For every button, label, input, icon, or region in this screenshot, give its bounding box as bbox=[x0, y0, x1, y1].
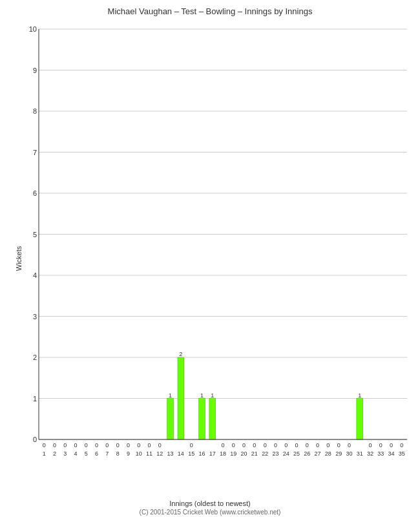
svg-text:0: 0 bbox=[85, 442, 88, 448]
svg-text:24: 24 bbox=[283, 450, 289, 457]
svg-text:0: 0 bbox=[158, 442, 162, 448]
y-axis-label: Wickets bbox=[15, 246, 23, 271]
svg-text:10: 10 bbox=[29, 25, 37, 33]
svg-text:0: 0 bbox=[105, 442, 109, 448]
svg-text:12: 12 bbox=[156, 450, 163, 457]
svg-text:0: 0 bbox=[284, 442, 288, 448]
svg-text:8: 8 bbox=[116, 450, 120, 457]
svg-text:17: 17 bbox=[209, 450, 216, 457]
svg-text:14: 14 bbox=[178, 450, 184, 457]
svg-text:1: 1 bbox=[169, 392, 172, 399]
svg-text:3: 3 bbox=[33, 313, 37, 321]
svg-text:0: 0 bbox=[190, 442, 193, 448]
svg-text:0: 0 bbox=[337, 442, 341, 448]
svg-text:0: 0 bbox=[390, 442, 393, 448]
svg-text:15: 15 bbox=[188, 450, 194, 457]
svg-rect-54 bbox=[199, 399, 205, 440]
svg-text:5: 5 bbox=[33, 231, 37, 238]
svg-text:0: 0 bbox=[33, 436, 37, 443]
svg-text:21: 21 bbox=[251, 450, 258, 457]
svg-rect-49 bbox=[178, 357, 184, 439]
svg-rect-46 bbox=[167, 399, 174, 440]
svg-text:0: 0 bbox=[264, 442, 267, 448]
svg-text:13: 13 bbox=[167, 450, 174, 457]
svg-text:6: 6 bbox=[95, 450, 98, 457]
svg-text:28: 28 bbox=[325, 450, 331, 457]
svg-text:0: 0 bbox=[53, 442, 56, 448]
svg-text:0: 0 bbox=[274, 442, 277, 448]
svg-text:9: 9 bbox=[33, 67, 37, 74]
svg-text:2: 2 bbox=[179, 351, 182, 357]
svg-text:0: 0 bbox=[348, 442, 351, 448]
svg-text:0: 0 bbox=[95, 442, 98, 448]
svg-text:18: 18 bbox=[220, 450, 226, 457]
svg-text:0: 0 bbox=[43, 442, 46, 448]
svg-text:26: 26 bbox=[304, 450, 310, 457]
svg-text:0: 0 bbox=[306, 442, 309, 448]
svg-text:31: 31 bbox=[357, 450, 363, 457]
svg-text:6: 6 bbox=[33, 189, 37, 197]
svg-text:2: 2 bbox=[53, 450, 56, 457]
svg-text:4: 4 bbox=[74, 450, 77, 457]
svg-text:1: 1 bbox=[43, 450, 46, 457]
svg-text:2: 2 bbox=[33, 353, 37, 361]
svg-text:9: 9 bbox=[127, 450, 130, 457]
x-axis-label: Innings (oldest to newest) bbox=[0, 500, 420, 507]
svg-text:34: 34 bbox=[388, 450, 395, 457]
svg-text:1: 1 bbox=[358, 392, 361, 399]
svg-text:1: 1 bbox=[200, 392, 204, 399]
svg-text:7: 7 bbox=[33, 149, 37, 156]
svg-text:27: 27 bbox=[315, 450, 321, 457]
svg-text:7: 7 bbox=[105, 450, 109, 457]
svg-text:0: 0 bbox=[232, 442, 235, 448]
svg-text:32: 32 bbox=[367, 450, 373, 457]
svg-text:10: 10 bbox=[136, 450, 142, 457]
svg-text:19: 19 bbox=[230, 450, 236, 457]
svg-text:22: 22 bbox=[262, 450, 268, 457]
svg-text:0: 0 bbox=[316, 442, 319, 448]
svg-text:0: 0 bbox=[326, 442, 330, 448]
chart-container: Michael Vaughan – Test – Bowling – Innin… bbox=[0, 0, 420, 517]
svg-text:35: 35 bbox=[399, 450, 405, 457]
svg-text:0: 0 bbox=[137, 442, 140, 448]
svg-text:0: 0 bbox=[242, 442, 246, 448]
svg-text:0: 0 bbox=[63, 442, 67, 448]
svg-text:0: 0 bbox=[368, 442, 372, 448]
svg-text:0: 0 bbox=[221, 442, 224, 448]
svg-text:30: 30 bbox=[346, 450, 352, 457]
svg-text:23: 23 bbox=[272, 450, 278, 457]
svg-text:0: 0 bbox=[379, 442, 383, 448]
svg-rect-57 bbox=[209, 399, 216, 440]
svg-rect-86 bbox=[357, 399, 363, 440]
svg-text:4: 4 bbox=[33, 271, 37, 279]
svg-text:0: 0 bbox=[147, 442, 151, 448]
svg-text:11: 11 bbox=[146, 450, 152, 457]
svg-text:0: 0 bbox=[116, 442, 120, 448]
svg-text:25: 25 bbox=[293, 450, 300, 457]
svg-text:1: 1 bbox=[211, 392, 214, 399]
svg-text:33: 33 bbox=[377, 450, 384, 457]
svg-text:1: 1 bbox=[33, 395, 37, 403]
svg-text:16: 16 bbox=[198, 450, 205, 457]
copyright: (C) 2001-2015 Cricket Web (www.cricketwe… bbox=[0, 509, 420, 516]
svg-text:5: 5 bbox=[85, 450, 88, 457]
svg-text:0: 0 bbox=[253, 442, 256, 448]
svg-text:29: 29 bbox=[335, 450, 342, 457]
svg-text:8: 8 bbox=[33, 107, 37, 115]
chart-svg: 0123456789100102030405060708090100110121… bbox=[36, 26, 410, 465]
svg-text:0: 0 bbox=[127, 442, 130, 448]
svg-text:3: 3 bbox=[63, 450, 67, 457]
svg-text:20: 20 bbox=[241, 450, 247, 457]
svg-text:0: 0 bbox=[74, 442, 77, 448]
chart-area: 0123456789100102030405060708090100110121… bbox=[36, 26, 410, 465]
svg-text:0: 0 bbox=[295, 442, 298, 448]
chart-title: Michael Vaughan – Test – Bowling – Innin… bbox=[0, 0, 420, 19]
svg-text:0: 0 bbox=[400, 442, 403, 448]
